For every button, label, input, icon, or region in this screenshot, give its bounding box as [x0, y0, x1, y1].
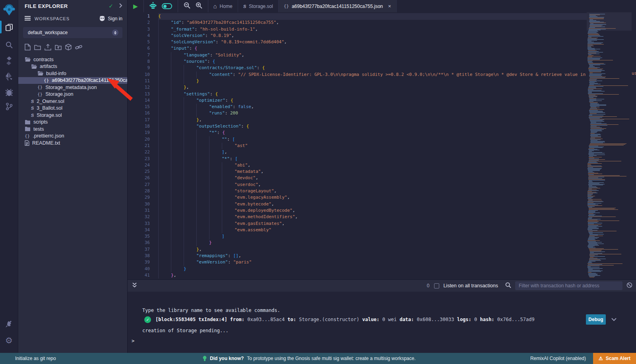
terminal-output[interactable]: Type the library name to see available c…: [128, 292, 636, 353]
upload-file-icon[interactable]: [45, 44, 51, 52]
close-tab-icon[interactable]: ×: [388, 3, 391, 9]
json-braces-icon: {}: [44, 78, 49, 83]
listen-checkbox[interactable]: [434, 283, 439, 288]
debugger-icon[interactable]: [0, 85, 18, 99]
tx-log-text: [block:5583405 txIndex:4] from: 0xa03...…: [155, 317, 586, 322]
minimap[interactable]: [587, 12, 632, 279]
tree-item-scripts[interactable]: scripts: [18, 119, 127, 126]
tab-storage-sol[interactable]: S Storage.sol: [238, 0, 279, 12]
home-icon: ⌂: [213, 3, 217, 10]
file-explorer-icon[interactable]: [0, 21, 18, 34]
listen-label[interactable]: Listen on all transactions: [443, 283, 498, 288]
did-you-know-tip: Did you know? To prototype using the Gno…: [203, 356, 416, 362]
tree-item-storage-json[interactable]: {}Storage.json: [18, 91, 127, 98]
solidity-file-icon: S: [31, 106, 34, 110]
scam-alert-badge[interactable]: ⚠ Scam Alert: [593, 353, 636, 364]
json-braces-icon: {}: [37, 92, 43, 97]
workspace-name: default_workspace: [28, 30, 112, 35]
terminal-line: Type the library name to see available c…: [142, 307, 280, 314]
code-lines: {"id": "a69b43f277ba20fcac141151250ca755…: [158, 13, 587, 279]
new-folder-icon[interactable]: [34, 44, 41, 52]
folder-open-icon: [25, 57, 31, 62]
tree-item-storage-sol[interactable]: SStorage.sol: [18, 112, 127, 119]
copilot-status[interactable]: RemixAI Copilot (enabled): [530, 356, 586, 361]
lightbulb-icon: [203, 356, 207, 362]
json-braces-icon: {}: [37, 85, 43, 90]
terminal-line: creation of Storage pending...: [142, 327, 280, 334]
terminal-header: 0 Listen on all transactions: [128, 280, 636, 292]
terminal-prompt[interactable]: >: [132, 338, 134, 344]
overflow-text-fragment: us: [632, 71, 636, 76]
remix-logo-icon[interactable]: [0, 2, 18, 17]
tree-item-storage-metadata-json[interactable]: {}Storage_metadata.json: [18, 84, 127, 91]
main-area: ▶: [127, 0, 636, 353]
git-icon[interactable]: [0, 100, 18, 113]
deploy-run-icon[interactable]: [0, 70, 18, 83]
tree-item-2-owner-sol[interactable]: S2_Owner.sol: [18, 98, 127, 105]
tab-home[interactable]: ⌂ Home: [208, 0, 238, 12]
folder-icon: [25, 126, 31, 132]
zoom-out-icon[interactable]: [184, 2, 190, 10]
folder-open-icon: [37, 71, 43, 76]
clone-link-icon[interactable]: [75, 45, 82, 52]
warning-icon: ⚠: [599, 356, 603, 361]
workspaces-menu-icon[interactable]: [25, 15, 31, 22]
terminal-collapse-icon[interactable]: [132, 282, 137, 289]
tree-item-artifacts[interactable]: artifacts: [18, 63, 127, 70]
file-actions-toolbar: [18, 38, 127, 54]
tx-expand-chevron-icon[interactable]: [611, 317, 617, 322]
clear-console-icon[interactable]: [626, 282, 632, 290]
editor-tabbar: ▶: [128, 0, 636, 12]
file-tree: contractsartifactsbuild-info{}a69b43f277…: [18, 56, 127, 147]
code-editor[interactable]: 1234567891011121314151617181920212223242…: [128, 12, 636, 279]
listen-count: 0: [427, 283, 430, 288]
solidity-file-icon: S: [31, 99, 34, 104]
activity-bar: ⚙: [0, 0, 18, 353]
transaction-log-row[interactable]: ✓ [block:5583405 txIndex:4] from: 0xa03.…: [128, 314, 636, 325]
debug-button[interactable]: Debug: [586, 314, 606, 325]
panel-title: FILE EXPLORER: [25, 3, 109, 9]
status-bar: Initialize as git repo Did you know? To …: [0, 353, 636, 364]
file-explorer-panel: FILE EXPLORER ✓ WORKSPACES Sign in defau…: [18, 0, 127, 353]
sign-in-button[interactable]: Sign in: [99, 16, 122, 21]
panel-expand-icon[interactable]: [119, 2, 122, 10]
tree-item-a69b43f277ba20fcac141151250ca7-[interactable]: {}a69b43f277ba20fcac141151250ca7...: [18, 77, 127, 84]
tree-item-3-ballot-sol[interactable]: S3_Ballot.sol: [18, 105, 127, 112]
settings-gear-icon[interactable]: ⚙: [0, 334, 18, 347]
solidity-compiler-icon[interactable]: [0, 54, 18, 68]
transaction-filter-input[interactable]: [515, 281, 622, 290]
remix-ide-window: ⚙ FILE EXPLORER ✓ WORKSPACES Sign in: [0, 0, 636, 364]
github-icon: [99, 16, 105, 21]
search-icon[interactable]: [0, 38, 18, 52]
tab-build-info-json[interactable]: {} a69b43f277ba20fcac141151250ca755.json…: [279, 0, 397, 12]
plugin-manager-icon[interactable]: [0, 317, 18, 331]
tree-item--prettierrc-json[interactable]: {}.prettierrc.json: [18, 133, 127, 140]
workspaces-label: WORKSPACES: [35, 16, 99, 21]
tx-success-icon: ✓: [144, 316, 151, 323]
terminal-panel: 0 Listen on all transactions Type the li…: [128, 279, 636, 353]
upload-folder-icon[interactable]: [55, 44, 62, 52]
folder-icon: [25, 120, 31, 125]
workspace-stepper-icon: [112, 29, 118, 36]
solidity-file-icon: S: [243, 4, 246, 9]
new-file-icon[interactable]: [25, 44, 31, 52]
folder-open-icon: [31, 64, 37, 69]
terminal-search-icon[interactable]: [505, 282, 511, 290]
zoom-in-icon[interactable]: [196, 2, 202, 10]
json-file-icon: {}: [284, 4, 289, 9]
init-git-repo-action[interactable]: Initialize as git repo: [0, 356, 56, 361]
run-script-icon[interactable]: ▶: [133, 3, 138, 9]
workspace-select[interactable]: default_workspace: [23, 27, 122, 38]
tree-item-contracts[interactable]: contracts: [18, 56, 127, 63]
workspace-ok-icon[interactable]: ✓: [109, 3, 113, 9]
solidity-file-icon: S: [31, 113, 34, 118]
workspace-cube-icon[interactable]: [65, 44, 72, 52]
copilot-toggle[interactable]: [162, 3, 172, 9]
tree-item-readme-txt[interactable]: README.txt: [18, 139, 127, 147]
gutter: 1234567891011121314151617181920212223242…: [128, 13, 158, 279]
tree-item-build-info[interactable]: build-info: [18, 70, 127, 77]
json-braces-icon: {}: [25, 134, 30, 139]
text-file-icon: [25, 140, 29, 146]
tree-item-tests[interactable]: tests: [18, 126, 127, 133]
ai-copilot-robot-icon[interactable]: [149, 2, 157, 11]
